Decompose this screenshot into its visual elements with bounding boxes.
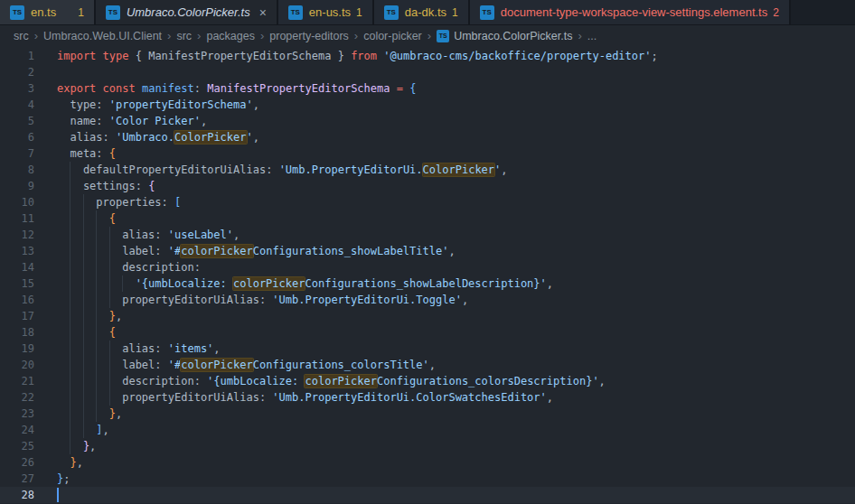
- indent-guide: [57, 194, 70, 210]
- code-content: alias: 'items',: [57, 341, 221, 357]
- code-line-13[interactable]: 13label: '#colorPickerConfigurations_sho…: [0, 243, 855, 259]
- code-editor[interactable]: 1import type { ManifestPropertyEditorSch…: [0, 46, 855, 503]
- line-number[interactable]: 6: [0, 129, 34, 145]
- code-line-17[interactable]: 17},: [0, 308, 855, 324]
- indent-guide: [57, 113, 70, 129]
- indent-guide: [83, 324, 96, 341]
- line-number[interactable]: 17: [0, 308, 34, 324]
- line-number[interactable]: 23: [0, 406, 34, 422]
- line-number[interactable]: 18: [0, 324, 34, 341]
- code-line-25[interactable]: 25},: [0, 438, 855, 454]
- line-number[interactable]: 16: [0, 292, 34, 308]
- tab-label: Umbraco.ColorPicker.ts: [127, 5, 250, 19]
- line-number[interactable]: 21: [0, 373, 34, 389]
- code-content: propertyEditorUiAlias: 'Umb.PropertyEdit…: [57, 292, 468, 308]
- code-line-22[interactable]: 22propertyEditorUiAlias: 'Umb.PropertyEd…: [0, 389, 855, 406]
- code-line-4[interactable]: 4type: 'propertyEditorSchema',: [0, 97, 855, 113]
- code-line-7[interactable]: 7meta: {: [0, 145, 855, 162]
- indent-guide: [83, 292, 96, 308]
- code-line-28[interactable]: 28: [0, 487, 855, 503]
- indent-guide: [96, 275, 108, 292]
- breadcrumb-item-packages[interactable]: packages: [206, 30, 255, 42]
- code-line-6[interactable]: 6alias: 'Umbraco.ColorPicker',: [0, 129, 855, 145]
- indent-guide: [83, 194, 96, 210]
- breadcrumb-item-src[interactable]: src: [176, 30, 192, 42]
- code-line-12[interactable]: 12alias: 'useLabel',: [0, 227, 855, 243]
- line-number[interactable]: 7: [0, 145, 34, 162]
- line-number[interactable]: 13: [0, 243, 34, 259]
- code-line-21[interactable]: 21description: '{umbLocalize: colorPicke…: [0, 373, 855, 389]
- code-line-16[interactable]: 16propertyEditorUiAlias: 'Umb.PropertyEd…: [0, 292, 855, 308]
- code-line-27[interactable]: 27};: [0, 471, 855, 487]
- line-number[interactable]: 1: [0, 48, 34, 64]
- indent-guide: [70, 341, 82, 357]
- breadcrumb-item-color-picker[interactable]: color-picker: [363, 30, 422, 42]
- indent-guide: [70, 194, 82, 210]
- line-number[interactable]: 5: [0, 113, 34, 129]
- line-number[interactable]: 4: [0, 97, 34, 113]
- breadcrumb-item-src[interactable]: src: [14, 30, 29, 42]
- code-line-26[interactable]: 26},: [0, 454, 855, 471]
- tab-da-dk.ts[interactable]: TSda-dk.ts1: [374, 0, 470, 24]
- code-line-24[interactable]: 24],: [0, 422, 855, 438]
- line-number[interactable]: 11: [0, 210, 34, 227]
- indent-guide: [109, 373, 122, 389]
- code-content: };: [57, 471, 70, 487]
- code-content: export const manifest: ManifestPropertyE…: [57, 80, 416, 97]
- line-number[interactable]: 12: [0, 227, 34, 243]
- line-number[interactable]: 8: [0, 162, 34, 178]
- line-number[interactable]: 3: [0, 80, 34, 97]
- line-number[interactable]: 20: [0, 357, 34, 373]
- tab-en-us.ts[interactable]: TSen-us.ts1: [278, 0, 374, 24]
- breadcrumb-separator: ›: [349, 29, 363, 42]
- close-icon[interactable]: ×: [259, 6, 267, 19]
- code-content: type: 'propertyEditorSchema',: [57, 97, 259, 113]
- code-content: propertyEditorUiAlias: 'Umb.PropertyEdit…: [57, 389, 553, 406]
- code-line-8[interactable]: 8defaultPropertyEditorUiAlias: 'Umb.Prop…: [0, 162, 855, 178]
- breadcrumb-item-...[interactable]: ...: [587, 30, 597, 42]
- line-number[interactable]: 10: [0, 194, 34, 210]
- breadcrumb-separator: ›: [572, 29, 587, 42]
- line-number[interactable]: 24: [0, 422, 34, 438]
- code-line-18[interactable]: 18{: [0, 324, 855, 341]
- line-number[interactable]: 27: [0, 471, 34, 487]
- indent-guide: [96, 324, 108, 341]
- code-line-9[interactable]: 9settings: {: [0, 178, 855, 194]
- code-line-10[interactable]: 10properties: [: [0, 194, 855, 210]
- line-number[interactable]: 19: [0, 341, 34, 357]
- code-line-2[interactable]: 2: [0, 64, 855, 80]
- code-line-3[interactable]: 3export const manifest: ManifestProperty…: [0, 80, 855, 97]
- code-line-1[interactable]: 1import type { ManifestPropertyEditorSch…: [0, 48, 855, 64]
- line-number[interactable]: 25: [0, 438, 34, 454]
- indent-guide: [83, 422, 96, 438]
- indent-guide: [70, 210, 82, 227]
- tab-document-type-workspace-view-settings.element.ts[interactable]: TSdocument-type-workspace-view-settings.…: [470, 0, 791, 24]
- code-line-11[interactable]: 11{: [0, 210, 855, 227]
- code-line-19[interactable]: 19alias: 'items',: [0, 341, 855, 357]
- breadcrumb-item-Umbraco.ColorPicker.ts[interactable]: Umbraco.ColorPicker.ts: [454, 30, 572, 42]
- code-content: description:: [57, 259, 201, 275]
- tab-Umbraco.ColorPicker.ts[interactable]: TSUmbraco.ColorPicker.ts×: [96, 0, 278, 24]
- code-line-23[interactable]: 23},: [0, 406, 855, 422]
- line-number[interactable]: 14: [0, 259, 34, 275]
- code-line-15[interactable]: 15'{umbLocalize: colorPickerConfiguratio…: [0, 275, 855, 292]
- line-number[interactable]: 22: [0, 389, 34, 406]
- breadcrumb-item-property-editors[interactable]: property-editors: [269, 30, 349, 42]
- indent-guide: [109, 259, 122, 275]
- line-number[interactable]: 9: [0, 178, 34, 194]
- code-line-5[interactable]: 5name: 'Color Picker',: [0, 113, 855, 129]
- line-number[interactable]: 26: [0, 454, 34, 471]
- indent-guide: [96, 243, 108, 259]
- breadcrumb-separator: ›: [422, 29, 437, 42]
- indent-guide: [70, 162, 82, 178]
- line-number[interactable]: 15: [0, 275, 34, 292]
- tab-en.ts[interactable]: TSen.ts1: [0, 0, 96, 24]
- code-line-14[interactable]: 14description:: [0, 259, 855, 275]
- line-number[interactable]: 2: [0, 64, 34, 80]
- vscode-window: TSen.ts1TSUmbraco.ColorPicker.ts×TSen-us…: [0, 0, 855, 504]
- line-number[interactable]: 28: [0, 487, 34, 503]
- code-content: ],: [57, 422, 109, 438]
- breadcrumb-item-Umbraco.Web.UI.Client[interactable]: Umbraco.Web.UI.Client: [43, 30, 162, 42]
- breadcrumb-file-icon: TS: [437, 30, 449, 42]
- code-line-20[interactable]: 20label: '#colorPickerConfigurations_col…: [0, 357, 855, 373]
